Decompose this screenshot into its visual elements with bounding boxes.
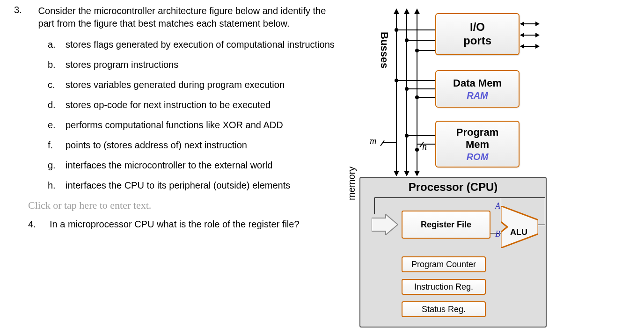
instruction-reg-box: Instruction Reg. xyxy=(402,279,486,295)
arrow-up-icon xyxy=(414,8,420,14)
bus-line xyxy=(406,14,407,171)
bus-stub xyxy=(383,142,396,143)
svg-marker-1 xyxy=(501,206,538,248)
busses-label: Busses xyxy=(378,32,390,68)
io-external-arrow-icon xyxy=(520,23,539,24)
io-external-arrow-icon xyxy=(520,46,539,47)
q3-item: d.stores op-code for next instruction to… xyxy=(48,99,342,111)
alu-box: ALU xyxy=(501,206,538,248)
q3-intro: Consider the microcontroller architectur… xyxy=(38,5,329,30)
cpu-box: Processor (CPU) Register File Program xyxy=(359,177,547,328)
io-external-arrow-icon xyxy=(520,35,539,36)
q4-text: In a microprocessor CPU what is the role… xyxy=(50,218,300,231)
cpu-internal-bus xyxy=(501,197,545,198)
answer-placeholder[interactable]: Click or tap here to enter text. xyxy=(28,199,342,211)
arrow-down-icon xyxy=(394,171,399,176)
arrow-up-icon xyxy=(394,8,399,14)
memory-label: memory xyxy=(346,167,357,200)
alu-input-a-label: A xyxy=(495,201,500,211)
alu-input-b-label: B xyxy=(495,229,500,239)
q3-item: c.stores variables generated during prog… xyxy=(48,79,342,91)
cpu-internal-bus xyxy=(374,197,375,214)
bus-stub xyxy=(396,80,435,81)
q3-item: a.stores flags generated by execution of… xyxy=(48,38,342,51)
q3-item: e.performs computational functions like … xyxy=(48,119,342,131)
arrow-down-icon xyxy=(404,171,410,176)
q4: 4. In a microprocessor CPU what is the r… xyxy=(28,218,342,231)
architecture-diagram: Busses memory m n xyxy=(351,5,552,330)
register-file-box: Register File xyxy=(402,211,490,239)
bus-line xyxy=(396,14,397,171)
bus-width-m: m xyxy=(370,136,376,146)
cpu-internal-bus xyxy=(374,197,501,198)
q3-item: b.stores program instructions xyxy=(48,58,342,71)
bus-stub xyxy=(407,88,435,89)
program-mem-box: Program Mem ROM xyxy=(435,121,520,168)
arrow-down-icon xyxy=(414,171,420,176)
bus-dot xyxy=(415,148,419,152)
question-area: 3. Consider the microcontroller architec… xyxy=(0,0,342,335)
q3-item: f.points to (stores address of) next ins… xyxy=(48,139,342,152)
q3: 3. Consider the microcontroller architec… xyxy=(14,5,342,192)
arrow-up-icon xyxy=(404,8,410,14)
bus-stub xyxy=(407,40,435,41)
q3-item: g.interfaces the microcontroller to the … xyxy=(48,159,342,172)
q4-number: 4. xyxy=(28,218,50,231)
io-ports-box: I/O ports xyxy=(435,13,520,55)
q3-subitems: a.stores flags generated by execution of… xyxy=(48,38,342,192)
bus-stub xyxy=(396,29,435,30)
program-counter-box: Program Counter xyxy=(402,256,486,272)
cpu-title: Processor (CPU) xyxy=(360,181,546,194)
bus-stub xyxy=(407,135,435,136)
bus-stub xyxy=(417,97,435,98)
cpu-internal-bus xyxy=(545,197,545,225)
svg-marker-0 xyxy=(372,214,398,235)
cpu-internal-bus xyxy=(537,225,545,225)
bus-tick xyxy=(380,140,385,146)
bus-line xyxy=(417,14,417,171)
bus-stub xyxy=(417,50,435,51)
data-mem-box: Data Mem RAM xyxy=(435,70,520,108)
status-reg-box: Status Reg. xyxy=(402,301,486,317)
q3-number: 3. xyxy=(14,5,36,15)
q3-item: h.interfaces the CPU to its peripheral (… xyxy=(48,179,342,192)
memory-connector-icon xyxy=(372,214,398,235)
bus-stub xyxy=(417,144,435,145)
